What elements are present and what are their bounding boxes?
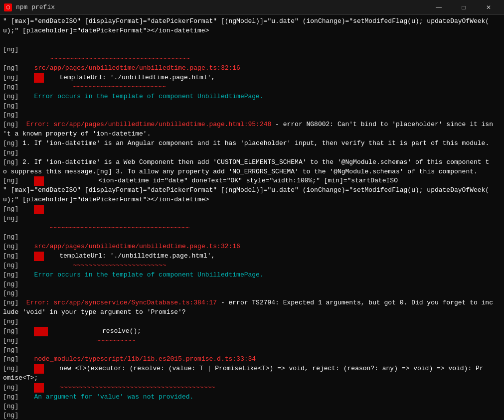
window-title: npm prefix (16, 3, 55, 11)
maximize-button[interactable]: □ (452, 0, 475, 15)
app-icon: ⬡ (4, 3, 12, 11)
title-bar: ⬡ npm prefix — □ ✕ (0, 0, 504, 15)
window-controls[interactable]: — □ ✕ (427, 0, 500, 15)
title-bar-left: ⬡ npm prefix (4, 3, 55, 11)
close-button[interactable]: ✕ (477, 0, 500, 15)
terminal-output[interactable]: " [max]="endDateISO" [displayFormat]="da… (0, 15, 504, 420)
minimize-button[interactable]: — (427, 0, 450, 15)
